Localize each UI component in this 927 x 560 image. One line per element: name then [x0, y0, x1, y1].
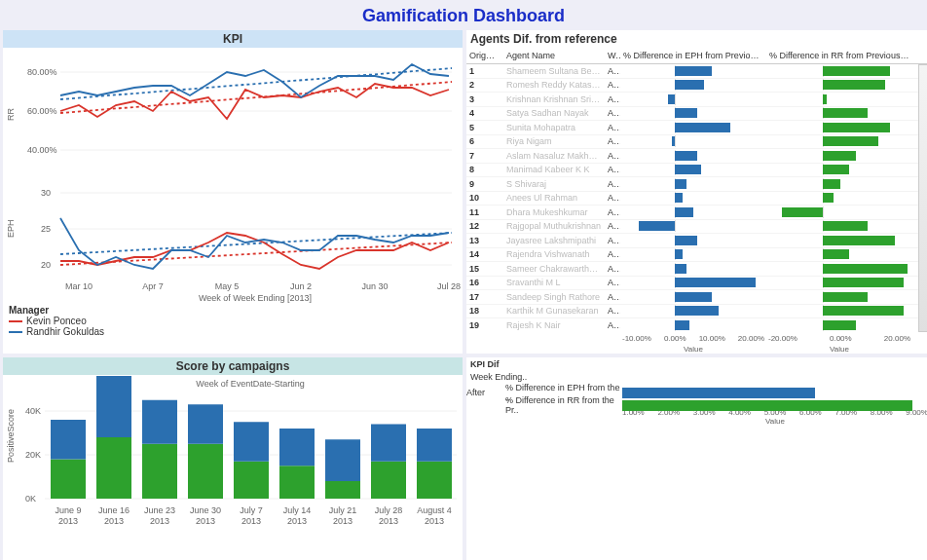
svg-rect-38	[234, 462, 269, 499]
eph-axis-label: EPH	[6, 219, 16, 238]
agents-panel: Agents Dif. from reference OrigRank Agen…	[466, 30, 927, 354]
svg-rect-36	[188, 444, 223, 499]
table-row[interactable]: 5Sunita MohapatraA..	[466, 121, 918, 135]
svg-text:0K: 0K	[25, 494, 36, 504]
legend-randhir[interactable]: Randhir Gokuldas	[9, 326, 457, 337]
svg-rect-33	[96, 376, 131, 437]
table-row[interactable]: 7Aslam Nasaluz Makhumi HusA..	[466, 149, 918, 164]
kpi-panel: KPI RR 80.00% 60.00% 40.00% EPH	[3, 30, 463, 354]
kpi-chart[interactable]: RR 80.00% 60.00% 40.00% EPH 30 25 20	[3, 48, 463, 303]
svg-text:2013: 2013	[58, 516, 78, 526]
svg-text:2013: 2013	[287, 516, 307, 526]
kpi-panel-title: KPI	[3, 30, 463, 48]
svg-line-14	[60, 243, 452, 265]
kpidif-eph-bar	[622, 388, 927, 398]
svg-text:2013: 2013	[333, 516, 352, 526]
svg-text:Mar 10: Mar 10	[65, 281, 93, 291]
svg-rect-42	[325, 481, 360, 499]
svg-text:2013: 2013	[425, 516, 444, 526]
table-row[interactable]: 17Sandeep Singh RathoreA..	[466, 290, 918, 305]
kpidif-panel: KPI Dif Week Ending.. After % Difference…	[466, 357, 927, 560]
table-row[interactable]: 16Sravanthi M LA..	[466, 277, 918, 291]
table-row[interactable]: 19Rajesh K NairA..	[466, 318, 918, 332]
svg-rect-39	[234, 422, 269, 462]
svg-text:Jul 28: Jul 28	[437, 281, 461, 291]
svg-text:60.00%: 60.00%	[27, 106, 57, 116]
svg-rect-47	[417, 429, 452, 462]
svg-text:August 4: August 4	[417, 505, 452, 515]
svg-text:Week of EventDate-Starting: Week of EventDate-Starting	[196, 379, 304, 389]
svg-rect-30	[51, 460, 86, 500]
svg-text:Apr 7: Apr 7	[142, 281, 164, 291]
table-row[interactable]: 2Romesh Reddy KatasaniA..	[466, 79, 918, 93]
legend-kevin[interactable]: Kevin Ponceo	[9, 316, 457, 326]
svg-rect-34	[142, 444, 177, 499]
svg-text:June 16: June 16	[98, 505, 130, 515]
svg-text:2013: 2013	[241, 516, 261, 526]
svg-text:June 9: June 9	[55, 505, 81, 515]
svg-line-6	[60, 82, 452, 113]
eph-kevin-line	[60, 233, 449, 269]
rr-kevin-line	[60, 84, 449, 119]
score-panel: Score by campaigns PositiveScore 40K 20K…	[3, 357, 463, 560]
table-row[interactable]: 18Karthik M GunasekaranA..	[466, 305, 918, 319]
svg-text:July 14: July 14	[283, 505, 312, 515]
svg-rect-31	[51, 420, 86, 460]
table-row[interactable]: 9S ShivarajA..	[466, 177, 918, 192]
svg-text:20: 20	[41, 260, 51, 270]
kpidif-rr-bar	[622, 400, 927, 411]
agents-table-body[interactable]: 1Shameem Sultana BegumA..2Romesh Reddy K…	[466, 64, 918, 332]
table-row[interactable]: 14Rajendra VishwanathA..	[466, 248, 918, 263]
table-row[interactable]: 1Shameem Sultana BegumA..	[466, 64, 918, 79]
svg-rect-46	[417, 462, 452, 499]
table-row[interactable]: 6Riya NigamA..	[466, 135, 918, 150]
svg-text:30: 30	[41, 188, 51, 198]
svg-text:Jun 30: Jun 30	[361, 281, 388, 291]
table-row[interactable]: 8Manimad Kabeer K KA..	[466, 164, 918, 178]
svg-text:20K: 20K	[25, 450, 41, 460]
dashboard-title: Gamification Dashboard	[0, 0, 927, 30]
table-row[interactable]: 12Rajgopal MuthukrishnanA..	[466, 220, 918, 235]
svg-rect-35	[142, 400, 177, 444]
svg-rect-40	[279, 466, 315, 499]
svg-text:2013: 2013	[379, 516, 398, 526]
svg-rect-45	[371, 425, 406, 462]
svg-text:40K: 40K	[25, 406, 41, 416]
svg-text:PositiveScore: PositiveScore	[6, 409, 16, 463]
table-row[interactable]: 11Dhara MukeshkumarA..	[466, 205, 918, 220]
svg-text:June 23: June 23	[144, 505, 175, 515]
svg-text:Jun 2: Jun 2	[290, 281, 312, 291]
svg-rect-32	[96, 437, 131, 499]
svg-text:2013: 2013	[196, 516, 215, 526]
table-row[interactable]: 10Anees Ul RahmanA..	[466, 192, 918, 206]
svg-text:May 5: May 5	[215, 281, 240, 291]
svg-text:July 21: July 21	[329, 505, 357, 515]
agents-title: Agents Dif. from reference	[466, 30, 927, 48]
svg-rect-37	[188, 404, 223, 444]
svg-text:25: 25	[41, 224, 51, 234]
score-chart[interactable]: PositiveScore 40K 20K 0K Week of EventDa…	[3, 375, 463, 544]
scrollbar[interactable]	[918, 64, 927, 332]
svg-text:2013: 2013	[104, 516, 124, 526]
svg-rect-44	[371, 462, 406, 499]
table-row[interactable]: 4Satya Sadhan NayakA..	[466, 107, 918, 122]
table-row[interactable]: 15Sameer Chakrawarthy KostA..	[466, 262, 918, 277]
svg-rect-43	[325, 439, 360, 481]
agents-table-header: OrigRank Agent Name W.. % Difference in …	[466, 48, 927, 64]
kpi-x-title: Week of Week Ending [2013]	[199, 293, 312, 303]
svg-rect-41	[279, 429, 315, 466]
svg-text:40.00%: 40.00%	[27, 145, 57, 155]
svg-text:2013: 2013	[150, 516, 169, 526]
rr-randhir-line	[60, 64, 449, 97]
table-row[interactable]: 13Jayasree LakshmipathiA..	[466, 234, 918, 248]
table-row[interactable]: 3Krishnan Krishnan SrinivasA..	[466, 93, 918, 107]
svg-text:80.00%: 80.00%	[27, 67, 57, 77]
rr-axis-label: RR	[6, 108, 16, 121]
svg-text:June 30: June 30	[190, 505, 221, 515]
svg-text:July 7: July 7	[240, 505, 263, 515]
svg-text:July 28: July 28	[375, 505, 403, 515]
score-title: Score by campaigns	[3, 357, 463, 375]
kpi-legend: Manager Kevin Ponceo Randhir Gokuldas	[3, 303, 463, 339]
